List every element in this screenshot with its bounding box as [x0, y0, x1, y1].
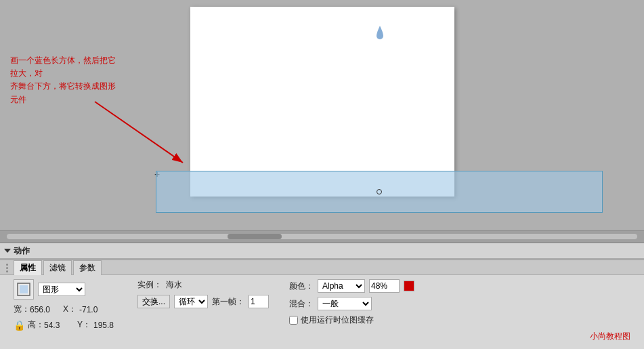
width-value: 656.0	[30, 305, 60, 314]
color-select[interactable]: Alpha	[318, 279, 365, 293]
svg-line-1	[95, 102, 183, 163]
width-label: 宽：	[14, 304, 27, 315]
center-circle	[377, 189, 382, 194]
color-row: 颜色： Alpha 48%	[289, 279, 414, 293]
lock-icon[interactable]: 🔒	[14, 320, 25, 331]
canvas-area: 画一个蓝色长方体，然后把它拉大，对 齐舞台下方，将它转换成图形元件 +	[0, 0, 644, 230]
bottom-panel: 属性 滤镜 参数 图形 宽： 656.0	[0, 259, 644, 349]
first-frame-label: 第一帧：	[212, 296, 244, 308]
exchange-row: 交换... 循环 第一帧： 1	[137, 295, 269, 308]
tabs-row: 属性 滤镜 参数	[0, 260, 644, 275]
color-label: 颜色：	[289, 281, 314, 292]
tab-properties[interactable]: 属性	[14, 260, 42, 275]
scrollbar-thumb[interactable]	[228, 234, 282, 239]
y-value: 195.8	[93, 321, 124, 330]
size-row-width: 宽： 656.0 X： -71.0	[14, 304, 124, 315]
instance-row: 实例： 海水	[137, 279, 269, 291]
props-middle: 实例： 海水 交换... 循环 第一帧： 1	[137, 279, 269, 308]
x-label: X：	[63, 304, 77, 315]
alpha-percent-box: 48%	[369, 279, 400, 293]
bitmap-cache-checkbox[interactable]	[289, 316, 298, 325]
alpha-percent: 48%	[371, 281, 387, 291]
shape-icon	[16, 282, 31, 297]
tab-filters[interactable]: 滤镜	[43, 260, 72, 275]
teardrop-icon	[377, 26, 383, 41]
panel-drag-dot	[6, 270, 8, 272]
panel-drag-dot	[6, 267, 8, 269]
type-select[interactable]: 图形	[38, 283, 85, 296]
loop-select[interactable]: 循环	[174, 295, 208, 308]
checkbox-row: 使用运行时位图缓存	[289, 314, 414, 326]
expand-triangle-icon[interactable]	[4, 249, 11, 253]
stage	[190, 7, 454, 197]
tab-params[interactable]: 参数	[73, 260, 102, 275]
bitmap-cache-label: 使用运行时位图缓存	[301, 314, 374, 326]
x-value: -71.0	[79, 305, 110, 314]
action-bar: 动作	[0, 243, 644, 259]
annotation-xiaoshao: 小尚教程图	[590, 331, 630, 342]
action-bar-label: 动作	[14, 245, 30, 257]
blend-select[interactable]: 一般	[318, 297, 372, 310]
svg-rect-3	[20, 285, 28, 293]
props-content: 图形 宽： 656.0 X： -71.0 🔒 高： 54.3 Y： 195.8	[0, 275, 644, 331]
exchange-button[interactable]: 交换...	[137, 295, 170, 308]
type-row: 图形	[14, 279, 124, 300]
props-left: 图形 宽： 656.0 X： -71.0 🔒 高： 54.3 Y： 195.8	[14, 279, 124, 331]
scrollbar-track	[7, 234, 637, 239]
height-label: 高：	[28, 319, 41, 331]
first-frame-input[interactable]: 1	[249, 295, 269, 308]
instance-label: 实例：	[137, 279, 162, 291]
scrollbar-area[interactable]	[0, 230, 644, 243]
blend-row: 混合： 一般	[289, 297, 414, 310]
blend-label: 混合：	[289, 298, 314, 310]
y-label: Y：	[77, 319, 91, 331]
blue-rectangle[interactable]	[156, 171, 603, 213]
annotation-arrow	[54, 81, 203, 183]
instance-value: 海水	[166, 279, 182, 291]
panel-drag-dot	[6, 264, 8, 266]
height-value: 54.3	[44, 321, 74, 330]
color-swatch[interactable]	[404, 281, 414, 291]
shape-icon-box	[14, 279, 34, 300]
size-row-height: 🔒 高： 54.3 Y： 195.8	[14, 319, 124, 331]
props-right: 颜色： Alpha 48% 混合： 一般 使用运行时位图缓存	[289, 279, 414, 326]
